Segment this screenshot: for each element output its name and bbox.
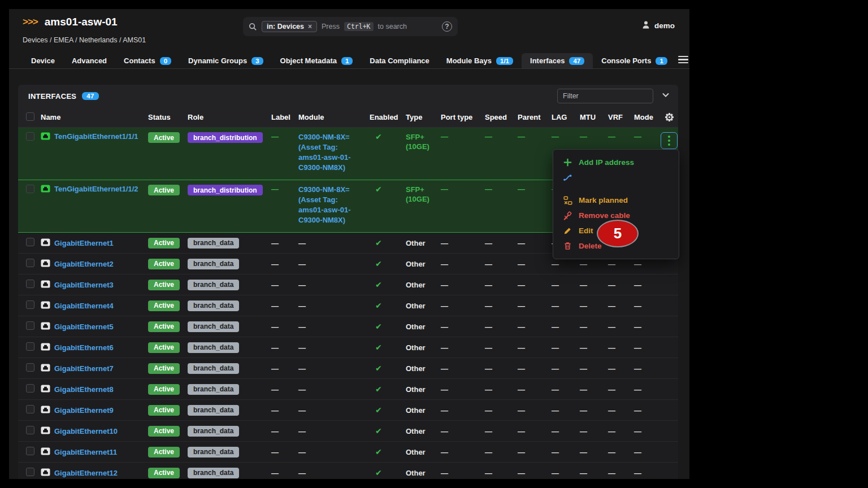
tab-data-compliance[interactable]: Data Compliance [361,53,437,68]
tab-module-bays[interactable]: Module Bays1/1 [438,53,522,68]
interface-link[interactable]: GigabitEthernet4 [54,302,114,310]
label-value: — [271,385,279,394]
col-header-type[interactable]: Type [406,113,441,121]
interface-link[interactable]: GigabitEthernet1 [54,239,114,247]
filter-input[interactable] [557,89,653,103]
mtu-value: — [580,364,587,373]
port-type-cell: — [441,469,485,477]
menu-item-mark-planned[interactable]: Mark planned [553,193,679,208]
tab-console-ports[interactable]: Console Ports1 [593,53,676,68]
menu-item-label: Mark planned [579,196,628,204]
interface-link[interactable]: TenGigabitEthernet1/1/1 [54,132,138,141]
role-cell: branch_distribution [188,185,271,195]
port-type-cell: — [441,427,485,435]
interface-link[interactable]: GigabitEthernet8 [54,385,114,394]
interface-link[interactable]: GigabitEthernet11 [54,448,117,456]
status-badge: Active [148,405,180,416]
lag-cell: — [552,281,580,289]
interface-link[interactable]: GigabitEthernet9 [54,406,114,415]
mode-value: — [634,260,641,268]
col-header-parent[interactable]: Parent [518,113,552,121]
interface-link[interactable]: GigabitEthernet5 [54,323,114,331]
row-checkbox[interactable] [26,185,34,193]
select-all-checkbox[interactable] [26,112,34,121]
chip-remove-icon[interactable]: × [308,23,312,30]
col-header-port-type[interactable]: Port type [441,113,485,121]
global-search-input[interactable]: in: Devices × Press Ctrl+K to search ? [243,17,458,36]
module-link[interactable]: C9300-NM-8X= (Asset Tag: ams01-asw-01-C9… [298,185,370,225]
row-checkbox[interactable] [26,342,34,351]
menu-item-label: Delete [579,242,602,250]
vrf-cell: — [608,132,634,141]
search-scope-chip[interactable]: in: Devices × [262,21,317,32]
role-cell: branch_data [188,447,271,457]
breadcrumb[interactable]: Devices / EMEA / Netherlands / AMS01 [23,36,146,44]
tab-device[interactable]: Device [23,53,63,68]
col-header-status[interactable]: Status [148,113,188,121]
status-badge: Active [148,447,180,457]
col-header-lag[interactable]: LAG [552,113,580,121]
parent-value: — [518,323,525,331]
row-checkbox[interactable] [26,468,34,476]
menu-item-trace[interactable] [553,170,679,185]
ethernet-port-icon [41,385,50,394]
table-header-row: NameStatusRoleLabelModuleEnabledTypePort… [18,107,678,128]
role-badge: branch_data [188,426,239,437]
annotation-step-badge: 5 [597,220,639,247]
row-checkbox[interactable] [26,132,34,141]
role-cell: branch_data [188,342,271,353]
row-checkbox[interactable] [26,280,34,288]
module-link[interactable]: C9300-NM-8X= (Asset Tag: ams01-asw-01-C9… [298,132,370,173]
module-value: — [298,323,306,331]
col-header-label[interactable]: Label [271,113,298,121]
row-checkbox[interactable] [26,447,34,455]
tab-dynamic-groups[interactable]: Dynamic Groups3 [180,53,271,68]
role-cell: branch_data [188,259,271,269]
interfaces-panel: INTERFACES 47 NameStatusRoleLabelModuleE… [18,85,678,479]
mode-value: — [634,469,641,477]
tab-contacts[interactable]: Contacts0 [115,53,180,68]
row-actions-button[interactable] [661,132,678,149]
interface-link[interactable]: GigabitEthernet6 [54,343,114,352]
col-header-name[interactable]: Name [41,113,148,121]
col-header-role[interactable]: Role [188,113,271,121]
table-config-button[interactable] [660,112,678,122]
interface-link[interactable]: GigabitEthernet10 [54,427,118,435]
row-checkbox[interactable] [26,405,34,413]
row-checkbox[interactable] [26,300,34,309]
row-checkbox[interactable] [26,321,34,330]
row-checkbox[interactable] [26,238,34,246]
tab-advanced[interactable]: Advanced [63,53,115,68]
menu-item-add-ip-address[interactable]: Add IP address [553,155,679,170]
interface-link[interactable]: GigabitEthernet12 [54,469,118,477]
row-checkbox[interactable] [26,426,34,434]
interface-link[interactable]: TenGigabitEthernet1/1/2 [54,185,138,193]
speed-value: — [485,281,492,289]
mtu-cell: — [580,406,608,415]
tab-object-metadata[interactable]: Object Metadata1 [272,53,362,68]
col-header-enabled[interactable]: Enabled [370,113,406,121]
vrf-value: — [608,448,615,456]
interface-link[interactable]: GigabitEthernet7 [54,364,114,373]
help-icon[interactable]: ? [442,21,452,32]
row-checkbox-cell [18,426,41,436]
col-header-mtu[interactable]: MTU [580,113,608,121]
label-value: — [271,185,279,193]
role-cell: branch_data [188,468,271,478]
filter-expand-icon[interactable] [661,90,670,102]
hamburger-menu-icon[interactable] [676,53,689,69]
status-badge: Active [148,238,180,249]
col-header-mode[interactable]: Mode [634,113,660,121]
col-header-speed[interactable]: Speed [485,113,518,121]
tab-interfaces[interactable]: Interfaces47 [522,53,593,68]
col-header-module[interactable]: Module [298,113,370,121]
row-checkbox[interactable] [26,259,34,267]
interface-link[interactable]: GigabitEthernet3 [54,281,114,289]
user-menu[interactable]: demo [641,20,675,31]
row-checkbox[interactable] [26,384,34,393]
type-value: Other [406,323,429,331]
row-checkbox[interactable] [26,363,34,372]
col-header-vrf[interactable]: VRF [608,113,634,121]
interface-link[interactable]: GigabitEthernet2 [54,260,114,268]
module-value: — [298,281,306,289]
